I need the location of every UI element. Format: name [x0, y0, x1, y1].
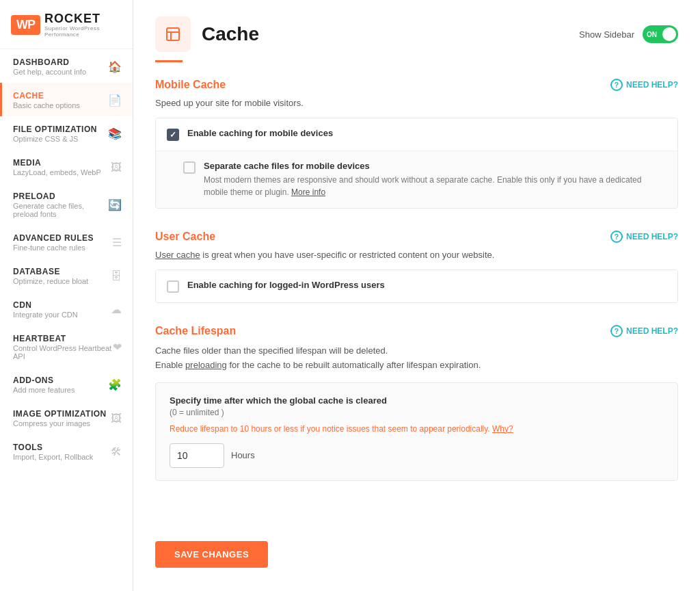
user-cache-title: User Cache [155, 231, 215, 243]
header-right: Show Sidebar ON [579, 25, 678, 43]
cache-lifespan-title: Cache Lifespan [155, 325, 236, 337]
tools-icon: 🛠 [111, 446, 122, 458]
page-icon [155, 16, 191, 52]
need-help-icon: ? [610, 79, 623, 91]
nav-left-cache: CACHE Basic cache options [13, 91, 80, 109]
mobile-cache-options: Enable caching for mobile devices Separa… [155, 118, 678, 209]
enable-mobile-text: Enable caching for mobile devices [187, 128, 667, 138]
sidebar-item-cdn[interactable]: CDN Integrate your CDN ☁ [0, 292, 133, 326]
sidebar-item-file-optimization[interactable]: FILE OPTIMIZATION Optimize CSS & JS 📚 [0, 116, 133, 150]
sidebar-item-image-optimization[interactable]: IMAGE OPTIMIZATION Compress your images … [0, 401, 133, 434]
lifespan-help-icon: ? [610, 325, 623, 337]
sidebar-item-media[interactable]: MEDIA LazyLoad, embeds, WebP 🖼 [0, 150, 133, 183]
mobile-cache-section: Mobile Cache ? NEED HELP? Speed up your … [155, 79, 678, 209]
heartbeat-icon: ❤ [113, 341, 122, 354]
mobile-cache-header: Mobile Cache ? NEED HELP? [155, 79, 678, 91]
nav-left-addons: ADD-ONS Add more features [13, 376, 75, 394]
nav-left-tools: TOOLS Import, Export, Rollback [13, 443, 93, 461]
sidebar-item-heartbeat[interactable]: HEARTBEAT Control WordPress Heartbeat AP… [0, 326, 133, 367]
page-title: Cache [202, 23, 259, 45]
home-icon: 🏠 [108, 60, 122, 73]
lifespan-unit: Hours [231, 450, 255, 460]
logo-area: WP ROCKET Superior WordPress Performance [0, 0, 133, 49]
cache-lifespan-section: Cache Lifespan ? NEED HELP? Cache files … [155, 325, 678, 481]
sidebar-item-add-ons[interactable]: ADD-ONS Add more features 🧩 [0, 367, 133, 401]
save-area: SAVE CHANGES [133, 530, 700, 590]
cdn-icon: ☁ [111, 303, 122, 316]
nav-left-advanced: ADVANCED RULES Fine-tune cache rules [13, 233, 94, 252]
mobile-cache-title: Mobile Cache [155, 79, 226, 91]
advanced-rules-icon: ☰ [112, 236, 122, 249]
enable-mobile-option: Enable caching for mobile devices [156, 118, 677, 150]
user-cache-need-help-label: NEED HELP? [626, 232, 678, 241]
toggle-knob [662, 27, 676, 41]
nav-left-dashboard: DASHBOARD Get help, account info [13, 57, 86, 76]
lifespan-warning: Reduce lifespan to 10 hours or less if y… [170, 424, 664, 434]
cache-lifespan-need-help-label: NEED HELP? [626, 326, 678, 336]
user-cache-link[interactable]: User cache [155, 250, 200, 260]
enable-logged-in-checkbox[interactable] [167, 280, 179, 293]
sidebar-item-dashboard[interactable]: DASHBOARD Get help, account info 🏠 [0, 49, 133, 83]
enable-logged-in-option: Enable caching for logged-in WordPress u… [156, 270, 677, 302]
sidebar-item-database[interactable]: DATABASE Optimize, reduce bloat 🗄 [0, 259, 133, 292]
nav-left-cdn: CDN Integrate your CDN [13, 300, 78, 319]
image-opt-icon: 🖼 [111, 412, 122, 425]
rocket-text: ROCKET Superior WordPress Performance [44, 12, 122, 38]
rocket-name: ROCKET [44, 12, 122, 26]
enable-logged-in-label: Enable caching for logged-in WordPress u… [187, 280, 385, 290]
logo: WP ROCKET Superior WordPress Performance [11, 12, 122, 38]
save-changes-button[interactable]: SAVE CHANGES [155, 541, 268, 568]
nav-left-media: MEDIA LazyLoad, embeds, WebP [13, 158, 101, 176]
lifespan-specify-title: Specify time after which the global cach… [170, 395, 664, 406]
sidebar: WP ROCKET Superior WordPress Performance… [0, 0, 133, 591]
enable-mobile-label: Enable caching for mobile devices [187, 128, 333, 138]
nav-left-imgopt: IMAGE OPTIMIZATION Compress your images [13, 409, 107, 428]
cache-lifespan-need-help[interactable]: ? NEED HELP? [610, 325, 678, 337]
toggle-on-label: ON [647, 31, 657, 38]
sidebar-item-cache[interactable]: CACHE Basic cache options 📄 [0, 83, 133, 116]
rocket-tagline: Superior WordPress Performance [44, 26, 122, 38]
preload-icon: 🔄 [108, 198, 122, 211]
show-sidebar-label: Show Sidebar [579, 29, 634, 40]
separate-cache-option: Separate cache files for mobile devices … [156, 150, 677, 208]
user-cache-desc: User cache is great when you have user-s… [155, 250, 678, 260]
sidebar-item-preload[interactable]: PRELOAD Generate cache files, preload fo… [0, 183, 133, 225]
why-link[interactable]: Why? [492, 424, 513, 434]
mobile-cache-desc: Speed up your site for mobile visitors. [155, 98, 678, 108]
preloading-link[interactable]: preloading [185, 360, 227, 370]
show-sidebar-toggle[interactable]: ON [643, 25, 678, 43]
nav-left-preload: PRELOAD Generate cache files, preload fo… [13, 192, 108, 218]
sidebar-item-advanced-rules[interactable]: ADVANCED RULES Fine-tune cache rules ☰ [0, 225, 133, 259]
enable-mobile-checkbox[interactable] [167, 129, 179, 141]
separate-cache-label: Separate cache files for mobile devices [204, 161, 370, 171]
user-help-icon: ? [610, 231, 623, 243]
nav-left-file: FILE OPTIMIZATION Optimize CSS & JS [13, 124, 97, 143]
page-header: Cache Show Sidebar ON [133, 0, 700, 52]
user-cache-need-help[interactable]: ? NEED HELP? [610, 231, 678, 243]
lifespan-unlimited-note: (0 = unlimited ) [170, 408, 664, 417]
page-title-area: Cache [155, 16, 259, 52]
enable-logged-in-text: Enable caching for logged-in WordPress u… [187, 280, 667, 290]
cache-lifespan-desc: Cache files older than the specified lif… [155, 344, 678, 373]
mobile-cache-need-help[interactable]: ? NEED HELP? [610, 79, 678, 91]
addons-icon: 🧩 [108, 378, 122, 391]
lifespan-input-row: Hours [170, 443, 664, 468]
cache-icon: 📄 [108, 94, 122, 107]
lifespan-value-input[interactable] [170, 443, 224, 468]
wp-logo-badge: WP [11, 15, 40, 35]
separate-cache-desc: Most modern themes are responsive and sh… [204, 174, 667, 198]
main-content: Cache Show Sidebar ON Mobile Cache ? NEE… [133, 0, 700, 591]
sidebar-item-tools[interactable]: TOOLS Import, Export, Rollback 🛠 [0, 434, 133, 468]
user-cache-header: User Cache ? NEED HELP? [155, 231, 678, 243]
separate-cache-text: Separate cache files for mobile devices … [204, 161, 667, 198]
user-cache-options: Enable caching for logged-in WordPress u… [155, 270, 678, 303]
cache-lifespan-header: Cache Lifespan ? NEED HELP? [155, 325, 678, 337]
media-icon: 🖼 [111, 161, 122, 174]
more-info-link[interactable]: More info [291, 187, 325, 197]
content-body: Mobile Cache ? NEED HELP? Speed up your … [133, 62, 700, 530]
nav-left-heartbeat: HEARTBEAT Control WordPress Heartbeat AP… [13, 334, 113, 360]
user-cache-section: User Cache ? NEED HELP? User cache is gr… [155, 231, 678, 303]
file-opt-icon: 📚 [108, 127, 122, 140]
lifespan-box: Specify time after which the global cach… [155, 382, 678, 481]
separate-cache-checkbox[interactable] [183, 161, 196, 174]
